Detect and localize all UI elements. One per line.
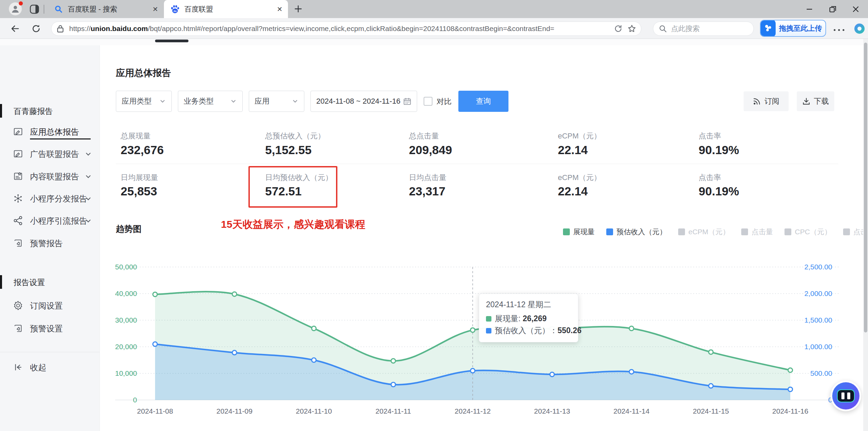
stat-value: 90.19% <box>699 184 739 198</box>
browser-menu-icon[interactable] <box>833 27 845 33</box>
legend-item-CPC（元）[interactable]: CPC（元） <box>785 227 831 237</box>
pause-ring <box>832 382 859 410</box>
biz-type-select[interactable]: 业务类型 <box>178 91 243 112</box>
sidebar-section-header: 百青藤报告 <box>0 103 100 118</box>
sidebar-item-小程序分发报告[interactable]: 小程序分发报告 <box>0 188 100 209</box>
svg-text:2024-11-12: 2024-11-12 <box>455 407 491 415</box>
stat-label: 日均点击量 <box>409 173 446 183</box>
active-underline <box>30 138 91 139</box>
tooltip-row: 预估收入（元）：550.26 <box>486 325 571 337</box>
app-select[interactable]: 应用 <box>249 91 304 112</box>
sidebar-item-订阅设置[interactable]: 订阅设置 <box>0 295 100 316</box>
svg-text:2024-11-14: 2024-11-14 <box>613 407 650 415</box>
browser-tab-search[interactable]: 百度联盟 - 搜索 ✕ <box>49 0 163 18</box>
legend-item-eCPM（元）[interactable]: eCPM（元） <box>678 227 730 237</box>
sidebar-item-预警设置[interactable]: 预警设置 <box>0 317 100 339</box>
stat-value: 572.51 <box>265 184 302 198</box>
download-button[interactable]: 下载 <box>797 91 834 111</box>
baidu-paw-favicon: du <box>170 4 180 14</box>
pause-icon <box>837 389 855 402</box>
page-title: 应用总体报告 <box>116 67 171 79</box>
restore-icon[interactable] <box>828 5 837 13</box>
app-type-select[interactable]: 应用类型 <box>116 91 172 112</box>
report-icon <box>13 149 23 159</box>
sidebar-item-小程序引流报告[interactable]: 小程序引流报告 <box>0 210 100 232</box>
collapse-icon <box>13 362 23 372</box>
svg-text:500.00: 500.00 <box>810 369 832 377</box>
compare-checkbox[interactable] <box>424 97 432 106</box>
svg-text:40,000: 40,000 <box>115 289 137 297</box>
sidebar-item-广告联盟报告[interactable]: 广告联盟报告 <box>0 143 100 165</box>
url-bar[interactable]: https://union.baidu.com/bqt/appco.html#/… <box>51 21 641 36</box>
query-button[interactable]: 查询 <box>458 91 508 112</box>
svg-text:2024-11-09: 2024-11-09 <box>216 407 253 415</box>
subscribe-label: 订阅 <box>764 96 779 106</box>
date-range-value: 2024-11-08 ~ 2024-11-16 <box>316 97 400 106</box>
new-tab-button[interactable] <box>294 4 303 15</box>
refresh-button[interactable] <box>31 24 41 35</box>
date-range-picker[interactable]: 2024-11-08 ~ 2024-11-16 <box>310 91 417 112</box>
tooltip-rows: 展现量: 26,269预估收入（元）：550.26 <box>486 313 571 337</box>
favorite-star-icon[interactable] <box>627 24 636 33</box>
chevron-down-icon <box>85 173 92 182</box>
svg-text:2,000.00: 2,000.00 <box>804 289 832 297</box>
stat-value: 5,152.55 <box>265 143 311 157</box>
legend-item-预估收入（元）[interactable]: 预估收入（元） <box>606 227 667 237</box>
stat-label: 总点击量 <box>409 131 439 141</box>
sidebar-item-label: 广告联盟报告 <box>30 149 79 160</box>
section-marker <box>0 104 2 118</box>
tab-close-icon[interactable]: ✕ <box>152 5 158 13</box>
tab-close-icon[interactable]: ✕ <box>277 5 283 13</box>
sidebar-item-内容联盟报告[interactable]: 内容联盟报告 <box>0 165 100 187</box>
close-icon[interactable] <box>852 5 860 13</box>
back-button[interactable] <box>10 24 20 35</box>
sidebar-item-预警报告[interactable]: 预警报告 <box>0 232 100 254</box>
window-controls <box>805 0 868 18</box>
stat-value: 22.14 <box>558 184 588 198</box>
chart-legend: 展现量预估收入（元）eCPM（元）点击量CPC（元）点击率 <box>563 227 868 237</box>
svg-text:10,000: 10,000 <box>115 369 137 377</box>
download-icon <box>802 97 810 105</box>
tooltip-title: 2024-11-12 星期二 <box>486 299 571 310</box>
svg-text:20,000: 20,000 <box>115 343 137 351</box>
browser-tab-union[interactable]: du 百度联盟 ✕ <box>164 0 288 18</box>
sidebar-item-label: 小程序引流报告 <box>30 216 87 226</box>
biz-type-value: 业务类型 <box>184 96 214 106</box>
recorder-pause-button[interactable] <box>831 381 861 411</box>
browser-titlebar: 百度联盟 - 搜索 ✕ du 百度联盟 ✕ <box>0 0 868 18</box>
svg-text:0: 0 <box>133 396 137 404</box>
sidebar-item-应用总体报告[interactable]: 应用总体报告 <box>0 121 100 143</box>
compare-label: 对比 <box>437 96 452 107</box>
svg-text:30,000: 30,000 <box>115 316 137 324</box>
stat-label: eCPM（元） <box>558 173 601 183</box>
svg-text:1,500.00: 1,500.00 <box>804 316 832 324</box>
stat-value: 25,853 <box>121 184 157 198</box>
sidebar-item-label: 预警设置 <box>30 323 63 334</box>
page-top-strip <box>0 39 868 45</box>
stat-label: 点击率 <box>699 131 721 141</box>
tab-title: 百度联盟 <box>184 4 213 14</box>
workspaces-icon[interactable] <box>29 4 40 16</box>
svg-text:2024-11-15: 2024-11-15 <box>693 407 729 415</box>
legend-swatch <box>678 228 685 235</box>
legend-swatch <box>606 228 613 235</box>
legend-item-展现量[interactable]: 展现量 <box>563 227 595 237</box>
sidebar-collapse-button[interactable]: 收起 <box>0 356 100 378</box>
copilot-icon[interactable] <box>853 23 866 36</box>
search-input[interactable] <box>671 25 739 33</box>
trend-chart-title: 趋势图 <box>116 223 141 235</box>
top-nav-active-underline <box>155 40 188 42</box>
legend-label: eCPM（元） <box>688 227 730 237</box>
netdisk-icon <box>761 20 776 37</box>
minimize-icon[interactable] <box>805 5 813 13</box>
search-box[interactable] <box>653 21 754 36</box>
legend-item-点击量[interactable]: 点击量 <box>741 227 773 237</box>
reload-circle-icon[interactable] <box>614 24 623 33</box>
annotation-text: 15天收益展示，感兴趣观看课程 <box>204 218 382 232</box>
netdisk-upload-button[interactable]: 拖拽至此上传 <box>760 20 826 37</box>
subscribe-button[interactable]: 订阅 <box>744 91 789 111</box>
scrollbar-thumb[interactable] <box>864 43 867 332</box>
sidebar-item-label: 订阅设置 <box>30 300 63 311</box>
collapse-label: 收起 <box>30 362 46 373</box>
chevron-down-icon <box>85 195 92 204</box>
